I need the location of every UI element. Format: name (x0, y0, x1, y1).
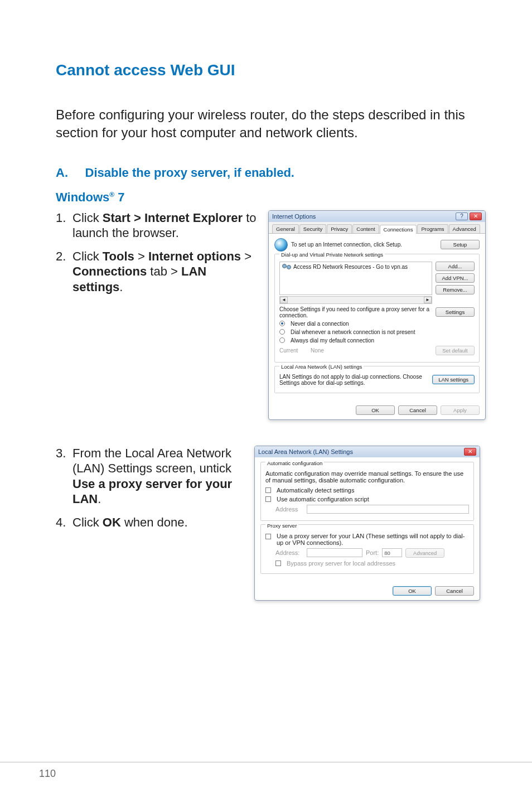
lan-group: Local Area Network (LAN) settings LAN Se… (274, 366, 480, 393)
step-2-end: . (119, 280, 123, 294)
scroll-right-icon[interactable]: ► (424, 297, 432, 303)
section-a-heading: A. Disable the proxy server, if enabled. (56, 166, 482, 180)
add-vpn-button[interactable]: Add VPN... (436, 273, 475, 283)
intro-text: Before configuring your wireless router,… (56, 106, 482, 142)
proxy-address-label: Address: (275, 549, 303, 556)
lan-settings-dialog: Local Area Network (LAN) Settings ✕ Auto… (254, 446, 480, 601)
hscrollbar[interactable]: ◄ ► (279, 296, 432, 304)
lan-ok-button[interactable]: OK (393, 586, 432, 596)
internet-options-dialog: Internet Options ? ✕ General Security Pr… (268, 210, 486, 420)
radio-dial-whenever[interactable] (279, 329, 285, 335)
io-titlebar: Internet Options ? ✕ (269, 211, 485, 222)
tab-general[interactable]: General (272, 224, 299, 233)
windows-label: Windows (56, 190, 109, 204)
tab-advanced[interactable]: Advanced (449, 224, 480, 233)
set-default-button: Set default (436, 346, 475, 355)
step-2-b3: Connections (72, 264, 147, 278)
proxy-legend: Proxy server (265, 523, 298, 529)
globe-icon (274, 238, 288, 252)
step-1-pre: Click (72, 211, 103, 225)
step-2: Click Tools > Internet options > Connect… (56, 249, 259, 295)
auto-script-label: Use automatic configuration script (277, 496, 369, 503)
auto-detect-checkbox[interactable] (265, 487, 271, 493)
radio-whenever-label: Dial whenever a network connection is no… (291, 329, 415, 335)
step-4: Click OK when done. (56, 515, 245, 530)
help-icon[interactable]: ? (456, 212, 468, 220)
auto-config-group: Automatic configuration Automatic config… (260, 462, 474, 521)
lan-info-text: LAN Settings do not apply to dial-up con… (279, 374, 429, 386)
step-1-bold: Start > Internet Explorer (103, 211, 243, 225)
windows-version: 7 (114, 190, 124, 204)
vpn-item[interactable]: Access RD Network Resources - Go to vpn.… (293, 264, 408, 270)
io-cancel-button[interactable]: Cancel (398, 405, 437, 415)
use-proxy-checkbox[interactable] (265, 534, 271, 539)
auto-detect-label: Automatically detect settings (277, 487, 354, 494)
io-setup-text: To set up an Internet connection, click … (291, 241, 437, 248)
step-2-pre: Click (72, 249, 103, 263)
dialup-group: Dial-up and Virtual Private Network sett… (274, 254, 480, 363)
tab-content[interactable]: Content (352, 224, 379, 233)
radio-never-label: Never dial a connection (291, 321, 349, 327)
proxy-port-input (382, 548, 402, 557)
lan-titlebar: Local Area Network (LAN) Settings ✕ (255, 446, 480, 457)
current-label: Current (279, 347, 307, 354)
step-1: Click Start > Internet Explorer to launc… (56, 210, 259, 241)
radio-always-label: Always dial my default connection (291, 337, 374, 344)
windows-reg: ® (109, 190, 114, 198)
io-title: Internet Options (272, 213, 316, 220)
proxy-port-label: Port: (366, 549, 379, 556)
setup-button[interactable]: Setup (441, 240, 480, 249)
proxy-group: Proxy server Use a proxy server for your… (260, 524, 474, 574)
close-icon[interactable]: ✕ (470, 212, 482, 220)
script-address-input (307, 505, 469, 514)
step-4-bold: OK (103, 515, 121, 529)
step-3-end: . (98, 492, 101, 506)
auto-script-checkbox[interactable] (265, 496, 271, 502)
step-2-b1: Tools (103, 249, 134, 263)
step-2-gt1: > (134, 249, 148, 263)
auto-legend: Automatic configuration (265, 460, 324, 466)
step-3: From the Local Area Network (LAN) Settin… (56, 446, 245, 507)
page-footer: 110 (0, 762, 532, 780)
add-button[interactable]: Add... (436, 262, 475, 271)
use-proxy-label: Use a proxy server for your LAN (These s… (277, 533, 469, 546)
scroll-left-icon[interactable]: ◄ (280, 297, 288, 303)
io-ok-button[interactable]: OK (356, 405, 395, 415)
proxy-address-input (307, 548, 362, 557)
current-value: None (311, 347, 432, 354)
step-3-bold: Use a proxy server for your LAN (72, 477, 232, 506)
lan-title: Local Area Network (LAN) Settings (258, 448, 353, 455)
bypass-label: Bypass proxy server for local addresses (287, 560, 395, 567)
tab-connections[interactable]: Connections (380, 225, 417, 234)
windows-heading: Windows® 7 (56, 190, 482, 205)
tab-security[interactable]: Security (299, 224, 326, 233)
choose-settings-text: Choose Settings if you need to configure… (279, 306, 432, 318)
dialup-legend: Dial-up and Virtual Private Network sett… (279, 252, 385, 258)
step-4-pre: Click (72, 515, 103, 529)
lan-close-icon[interactable]: ✕ (464, 448, 476, 456)
lan-settings-button[interactable]: LAN settings (432, 375, 475, 384)
tab-privacy[interactable]: Privacy (327, 224, 352, 233)
bypass-checkbox (275, 561, 281, 566)
io-apply-button: Apply (441, 405, 480, 415)
people-icon (282, 264, 291, 270)
radio-always-dial[interactable] (279, 337, 285, 343)
step-3-pre: From the Local Area Network (LAN) Settin… (72, 446, 231, 476)
script-address-label: Address (275, 506, 303, 513)
tab-programs[interactable]: Programs (417, 224, 448, 233)
settings-button[interactable]: Settings (436, 307, 475, 317)
step-4-end: when done. (121, 515, 188, 529)
step-2-b2: Internet options (148, 249, 241, 263)
lan-cancel-button[interactable]: Cancel (435, 586, 474, 596)
page-number: 110 (39, 768, 56, 779)
step-2-mid: tab > (147, 264, 181, 278)
section-a-text: Disable the proxy server, if enabled. (85, 166, 294, 180)
remove-button[interactable]: Remove... (436, 285, 475, 294)
radio-never-dial[interactable] (279, 321, 285, 326)
page-title: Cannot access Web GUI (56, 61, 482, 79)
io-tabs: General Security Privacy Content Connect… (269, 222, 485, 234)
step-2-gt2: > (241, 249, 252, 263)
lan-legend: Local Area Network (LAN) settings (279, 364, 364, 370)
auto-config-text: Automatic configuration may override man… (265, 470, 469, 484)
section-a-prefix: A. (56, 166, 68, 180)
